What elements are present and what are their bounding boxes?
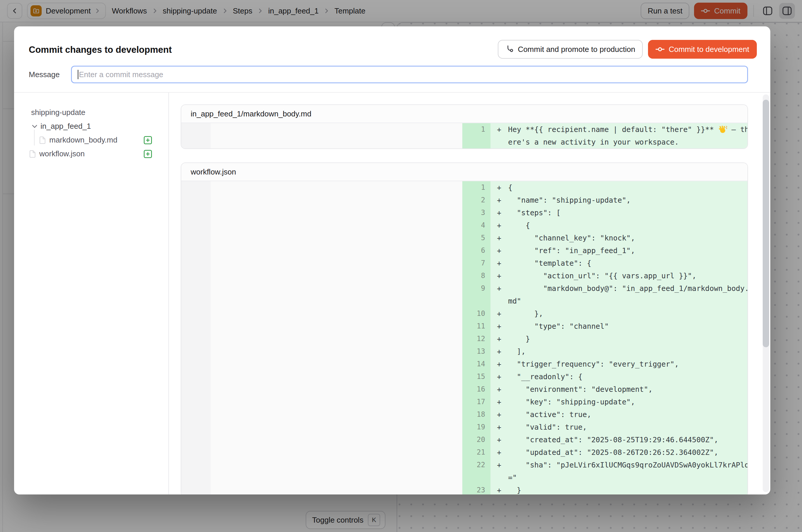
diff-plus-marker <box>490 471 508 484</box>
code-text: "sha": "pJeLVir6xIlUCMGqs9qroZoUAVDSwA0y… <box>508 459 748 471</box>
diff-plus-marker: + <box>490 396 508 408</box>
line-number: 4 <box>462 219 485 232</box>
modal-title: Commit changes to development <box>29 44 172 55</box>
diff-new-gutter: 1 <box>462 123 490 148</box>
code-text: } <box>508 332 530 345</box>
diff-added-line: + "created_at": "2025-08-25T19:29:46.644… <box>490 434 748 446</box>
diff-plus-marker: + <box>490 459 508 471</box>
line-number: 12 <box>462 332 485 345</box>
code-text: "name": "shipping-update", <box>508 194 631 207</box>
diff-file-name: in_app_feed_1/markdown_body.md <box>181 105 747 123</box>
diff-added-line: + "environment": "development", <box>490 383 748 396</box>
chevron-down-icon <box>32 124 38 129</box>
diff-added-line: + "active": true, <box>490 408 748 421</box>
diff-added-icon <box>144 150 152 158</box>
diff-plus-marker: + <box>490 244 508 257</box>
line-number: 19 <box>462 421 485 434</box>
line-number <box>462 471 485 484</box>
line-number: 18 <box>462 408 485 421</box>
text-caret <box>78 70 78 79</box>
diff-panel: workflow.json123456789101112131415161718… <box>181 163 748 494</box>
diff-added-line: + "steps": [ <box>490 207 748 219</box>
tree-item-workflow-json[interactable]: workflow.json <box>14 147 168 161</box>
diff-plus-marker: + <box>490 446 508 459</box>
code-text: "created_at": "2025-08-25T19:29:46.64450… <box>508 434 719 446</box>
code-text: "__readonly": { <box>508 370 583 383</box>
diff-plus-marker: + <box>490 434 508 446</box>
line-number: 8 <box>462 269 485 282</box>
diff-old-content <box>211 123 462 148</box>
diff-plus-marker: + <box>490 408 508 421</box>
commit-message-input[interactable]: Enter a commit message <box>71 66 748 83</box>
diff-added-line: + } <box>490 484 748 494</box>
diff-added-line: + "ref": "in_app_feed_1", <box>490 244 748 257</box>
diff-added-line: =" <box>490 471 748 484</box>
diff-plus-marker: + <box>490 320 508 332</box>
code-text: { <box>508 219 530 232</box>
code-text: "markdown_body@": "in_app_feed_1/markdow… <box>508 282 748 295</box>
line-number: 7 <box>462 257 485 269</box>
code-text: "template": { <box>508 257 591 269</box>
code-text: =" <box>508 471 517 484</box>
modal-scrollbar[interactable] <box>763 94 769 492</box>
diff-plus-marker: + <box>490 332 508 345</box>
diff-added-line: + "valid": true, <box>490 421 748 434</box>
diff-added-icon <box>144 136 152 144</box>
diff-plus-marker: + <box>490 181 508 194</box>
code-text: } <box>508 484 521 494</box>
modal-scrollbar-thumb[interactable] <box>763 100 769 347</box>
diff-added-line: ere's a new activity in your workspace. <box>490 136 748 148</box>
diff-plus-marker: + <box>490 123 508 136</box>
commit-promote-button[interactable]: Commit and promote to production <box>498 40 643 59</box>
line-number: 14 <box>462 358 485 370</box>
diff-added-line: + "updated_at": "2025-08-26T20:26:52.364… <box>490 446 748 459</box>
diff-old-content <box>211 181 462 494</box>
diff-added-line: + { <box>490 219 748 232</box>
diff-plus-marker: + <box>490 282 508 295</box>
diff-plus-marker: + <box>490 383 508 396</box>
line-number: 9 <box>462 282 485 295</box>
diff-added-line: md" <box>490 295 748 307</box>
diff-added-line: + "name": "shipping-update", <box>490 194 748 207</box>
diff-plus-marker: + <box>490 219 508 232</box>
code-text: Hey **{{ recipient.name | default: "ther… <box>508 123 748 136</box>
tree-item-markdown-file[interactable]: markdown_body.md <box>14 133 168 147</box>
code-text: ], <box>508 345 526 358</box>
line-number: 17 <box>462 396 485 408</box>
code-text: "type": "channel" <box>508 320 609 332</box>
line-number: 21 <box>462 446 485 459</box>
tree-item-folder[interactable]: in_app_feed_1 <box>14 119 168 133</box>
line-number: 22 <box>462 459 485 471</box>
diff-added-line: + "key": "shipping-update", <box>490 396 748 408</box>
diff-plus-marker: + <box>490 269 508 282</box>
diff-file-name: workflow.json <box>181 163 747 181</box>
code-text: "trigger_frequency": "every_trigger", <box>508 358 679 370</box>
diff-plus-marker: + <box>490 194 508 207</box>
diff-plus-marker <box>490 295 508 307</box>
diff-plus-marker: + <box>490 232 508 244</box>
code-text: "ref": "in_app_feed_1", <box>508 244 635 257</box>
input-placeholder: Enter a commit message <box>79 70 163 79</box>
diff-old-gutter <box>181 123 211 148</box>
diff-added-line: + ], <box>490 345 748 358</box>
diff-added-line: + "action_url": "{{ vars.app_url }}", <box>490 269 748 282</box>
message-label: Message <box>29 70 71 79</box>
line-number <box>462 136 485 148</box>
diff-added-line: + "markdown_body@": "in_app_feed_1/markd… <box>490 282 748 295</box>
file-icon <box>39 136 46 144</box>
commit-modal: Commit changes to development Commit and… <box>14 26 770 494</box>
diff-added-line: + "type": "channel" <box>490 320 748 332</box>
diff-plus-marker: + <box>490 307 508 320</box>
diff-added-line: + "channel_key": "knock", <box>490 232 748 244</box>
line-number: 1 <box>462 181 485 194</box>
tree-item-workflow[interactable]: shipping-update <box>14 106 168 119</box>
diff-list: in_app_feed_1/markdown_body.md1+Hey **{{… <box>169 93 770 494</box>
code-text: { <box>508 181 512 194</box>
file-icon <box>29 150 36 158</box>
diff-plus-marker: + <box>490 370 508 383</box>
line-number: 5 <box>462 232 485 244</box>
commit-to-development-button[interactable]: Commit to development <box>648 40 757 59</box>
diff-added-line: + "__readonly": { <box>490 370 748 383</box>
diff-plus-marker: + <box>490 358 508 370</box>
diff-added-line: + "template": { <box>490 257 748 269</box>
